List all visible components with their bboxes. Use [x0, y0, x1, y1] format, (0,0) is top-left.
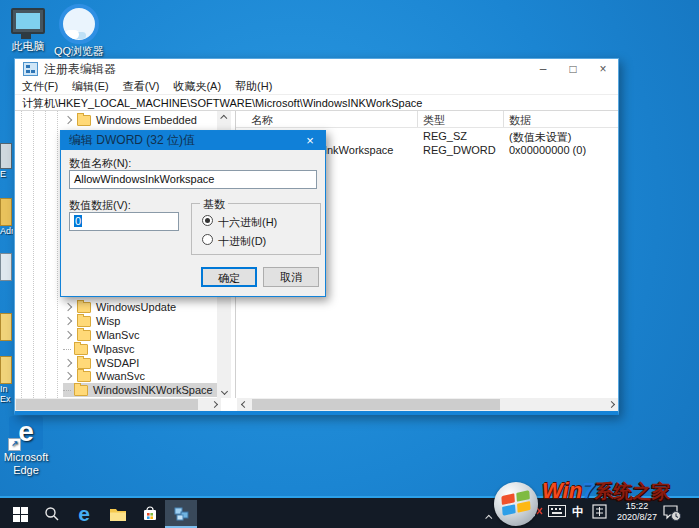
tree-item[interactable]: WindowsUpdate [63, 300, 176, 314]
maximize-button[interactable]: □ [558, 59, 588, 79]
base-group: 基数 十六进制(H) 十进制(D) [191, 203, 321, 255]
edit-dword-dialog: 编辑 DWORD (32 位)值 × 数值名称(N): AllowWindows… [60, 130, 326, 297]
tray-display-icon[interactable] [505, 504, 522, 528]
value-data-field[interactable]: 0 [69, 212, 179, 231]
desktop-icon-fragment [0, 313, 13, 347]
taskbar-edge-button[interactable]: e [68, 500, 100, 528]
tree-item[interactable]: Wisp [63, 314, 120, 328]
column-separator[interactable] [417, 111, 418, 127]
scrollbar-thumb[interactable] [16, 399, 198, 410]
address-bar[interactable]: 计算机\HKEY_LOCAL_MACHINE\SOFTWARE\Microsof… [15, 95, 618, 111]
desktop-icon-this-pc[interactable]: 此电脑 [2, 8, 54, 52]
taskbar: e 中 15:22 2020/8/27 [0, 496, 699, 528]
search-button[interactable] [36, 500, 68, 528]
tray-ime-mode-icon[interactable] [592, 504, 607, 528]
taskbar-regedit-button[interactable] [165, 500, 197, 528]
folder-icon [74, 385, 88, 396]
tree-item[interactable]: Windows Embedded [63, 113, 197, 127]
menu-file[interactable]: 文件(F) [15, 79, 65, 94]
tree-item-label: WSDAPI [96, 357, 139, 369]
chevron-right-icon[interactable] [64, 331, 72, 339]
taskbar-store-button[interactable] [134, 500, 166, 528]
chevron-right-icon[interactable] [64, 359, 72, 367]
hex-radio-label[interactable]: 十六进制(H) [218, 215, 277, 230]
base-group-label: 基数 [200, 197, 228, 212]
tree-item[interactable]: WlanSvc [63, 328, 139, 342]
list-horizontal-scrollbar[interactable] [237, 398, 618, 411]
edge-icon: e↗ [9, 416, 43, 450]
tree-item-label: WwanSvc [96, 370, 145, 382]
tray-volume-muted-icon[interactable] [527, 504, 544, 528]
scroll-up-button[interactable] [217, 111, 231, 124]
desktop-icon-fragment: Adm [0, 198, 13, 246]
value-type: REG_DWORD [423, 144, 496, 156]
chevron-right-icon[interactable] [64, 372, 72, 380]
tree-item-selected[interactable]: WindowsINKWorkSpace [63, 383, 217, 397]
column-header-type[interactable]: 类型 [423, 113, 445, 128]
chevron-right-icon[interactable] [64, 116, 72, 124]
action-center-button[interactable] [662, 503, 682, 528]
regedit-app-icon [23, 62, 38, 76]
windows-logo-icon [13, 507, 28, 522]
desktop-icon-fragment: In Ex [0, 356, 13, 408]
edge-icon: e [78, 504, 90, 524]
dec-radio-label[interactable]: 十进制(D) [218, 234, 266, 249]
window-title: 注册表编辑器 [44, 61, 116, 78]
column-header-data[interactable]: 数据 [509, 113, 531, 128]
ok-button[interactable]: 确定 [201, 267, 257, 287]
tree-connector [63, 390, 71, 391]
desktop-icon-edge[interactable]: e↗ Microsoft Edge [0, 416, 52, 476]
dialog-title: 编辑 DWORD (32 位)值 [69, 132, 195, 149]
desktop-icon-qq-browser[interactable]: QQ浏览器 [53, 4, 105, 57]
menu-help[interactable]: 帮助(H) [228, 79, 279, 94]
value-data: 0x00000000 (0) [509, 144, 586, 156]
tree-item-label: WindowsUpdate [96, 301, 176, 313]
tree-item-label: WindowsINKWorkSpace [93, 384, 213, 396]
chevron-right-icon[interactable] [64, 303, 72, 311]
close-button[interactable]: × [588, 59, 618, 79]
title-bar[interactable]: 注册表编辑器 – □ × [15, 59, 618, 79]
folder-icon [77, 358, 91, 369]
tree-item[interactable]: WwanSvc [63, 369, 145, 383]
column-header-name[interactable]: 名称 [251, 113, 273, 128]
tree-item-label: WlanSvc [96, 329, 139, 341]
cancel-button[interactable]: 取消 [263, 267, 319, 287]
tree-item[interactable]: WSDAPI [63, 356, 139, 370]
tree-item[interactable]: Wlpasvc [63, 342, 135, 356]
search-icon [44, 506, 60, 522]
hex-radio[interactable] [202, 215, 213, 226]
header-divider [236, 127, 618, 128]
column-separator[interactable] [503, 111, 504, 127]
tray-ime-indicator[interactable]: 中 [572, 504, 584, 528]
partial-icon [0, 253, 12, 281]
scroll-right-button[interactable] [207, 398, 221, 411]
folder-icon [77, 330, 91, 341]
tray-keyboard-icon[interactable] [548, 505, 566, 528]
this-pc-icon [11, 8, 45, 34]
dec-radio[interactable] [202, 234, 213, 245]
menu-view[interactable]: 查看(V) [116, 79, 167, 94]
chevron-right-icon[interactable] [64, 317, 72, 325]
scroll-down-button[interactable] [217, 385, 231, 398]
value-name-field[interactable]: AllowWindowsInkWorkspace [69, 170, 317, 189]
folder-icon [77, 302, 91, 313]
taskbar-clock[interactable]: 15:22 2020/8/27 [614, 501, 660, 523]
minimize-button[interactable]: – [528, 59, 558, 79]
tree-guide [21, 111, 22, 398]
menu-favorites[interactable]: 收藏夹(A) [166, 79, 228, 94]
regedit-icon [173, 506, 190, 522]
tree-item-label: Wisp [96, 315, 120, 327]
tree-guide [45, 111, 46, 398]
dialog-title-bar[interactable]: 编辑 DWORD (32 位)值 × [61, 131, 325, 150]
desktop-icon-label: 此电脑 [2, 41, 54, 52]
taskbar-explorer-button[interactable] [102, 500, 134, 528]
scroll-right-button[interactable] [604, 398, 618, 411]
menu-edit[interactable]: 编辑(E) [65, 79, 116, 94]
tree-horizontal-scrollbar[interactable] [15, 398, 221, 411]
scroll-left-button[interactable] [237, 398, 251, 411]
start-button[interactable] [4, 500, 36, 528]
desktop: 此电脑 QQ浏览器 e↗ Microsoft Edge E Adm In Ex … [0, 0, 699, 528]
dialog-close-button[interactable]: × [295, 131, 325, 150]
scrollbar-thumb[interactable] [252, 399, 500, 410]
tray-hidden-icons-button[interactable] [487, 506, 492, 528]
